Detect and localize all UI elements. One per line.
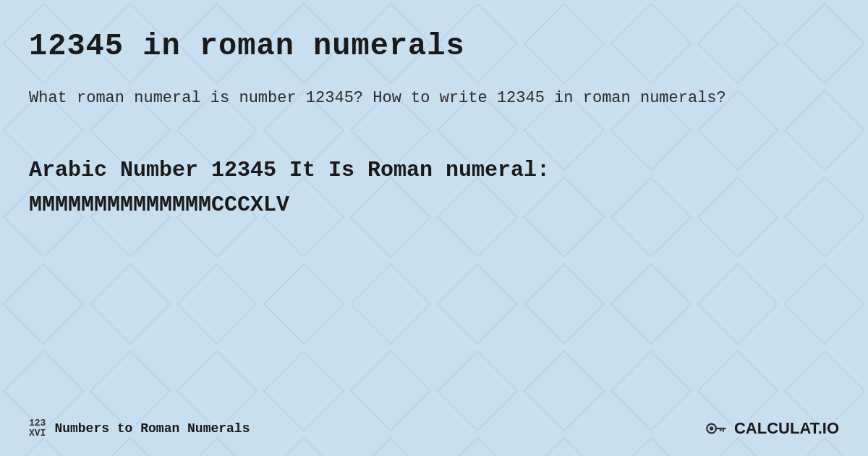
- footer: 123 XVI Numbers to Roman Numerals CALCUL…: [29, 415, 839, 442]
- calculat-logo-text: CALCULAT.IO: [734, 419, 839, 438]
- roman-numeral-result: MMMMMMMMMMMMMMCCCXLV: [29, 193, 839, 217]
- footer-right: CALCULAT.IO: [702, 415, 839, 442]
- icon-bottom-number: XVI: [29, 428, 46, 439]
- icon-top-number: 123: [29, 418, 46, 428]
- footer-label: Numbers to Roman Numerals: [54, 421, 250, 436]
- svg-point-5: [710, 426, 713, 430]
- page-description: What roman numeral is number 12345? How …: [29, 85, 825, 111]
- calculat-logo-icon: [702, 415, 728, 442]
- numbers-icon: 123 XVI: [29, 418, 46, 439]
- result-line1: Arabic Number 12345 It Is Roman numeral:: [29, 154, 839, 187]
- result-section: Arabic Number 12345 It Is Roman numeral:…: [29, 154, 839, 217]
- footer-left: 123 XVI Numbers to Roman Numerals: [29, 418, 250, 439]
- page-title: 12345 in roman numerals: [29, 29, 839, 64]
